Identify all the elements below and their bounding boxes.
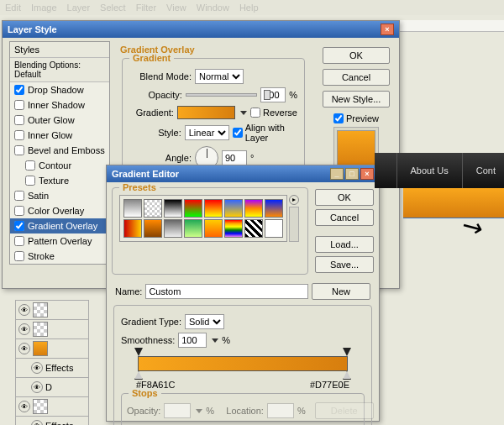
preset-swatch[interactable] — [224, 219, 243, 238]
blending-header[interactable]: Blending Options: Default — [10, 58, 109, 82]
style-item-pattern-overlay[interactable]: Pattern Overlay — [10, 233, 109, 249]
ok-button[interactable]: OK — [323, 47, 390, 64]
maximize-icon[interactable]: □ — [345, 168, 359, 180]
color-stop-right[interactable] — [343, 371, 351, 380]
eye-icon[interactable]: 👁 — [31, 362, 43, 374]
style-item-outer-glow[interactable]: Outer Glow — [10, 113, 109, 128]
name-label: Name: — [115, 286, 142, 296]
color-stop-left[interactable] — [134, 371, 143, 380]
style-checkbox[interactable] — [25, 160, 35, 171]
close-icon[interactable]: × — [360, 168, 374, 180]
eye-icon[interactable]: 👁 — [31, 381, 43, 393]
style-checkbox[interactable] — [14, 191, 24, 201]
eye-icon[interactable]: 👁 — [18, 323, 30, 335]
ge-ok-button[interactable]: OK — [315, 189, 374, 206]
style-checkbox[interactable] — [14, 130, 24, 140]
preset-swatch[interactable] — [184, 199, 202, 218]
layer-row[interactable]: 👁 — [15, 338, 89, 359]
style-checkbox[interactable] — [14, 115, 24, 125]
close-icon[interactable]: × — [381, 24, 394, 35]
ge-save-button[interactable]: Save... — [315, 256, 374, 273]
preset-swatch[interactable] — [244, 199, 263, 218]
layer-row[interactable]: 👁 — [15, 396, 89, 417]
opacity-stop-left[interactable] — [134, 348, 143, 356]
preset-swatch[interactable] — [123, 199, 142, 218]
ge-load-button[interactable]: Load... — [315, 236, 374, 253]
angle-label: Angle: — [129, 153, 192, 163]
presets-legend: Presets — [119, 182, 160, 192]
gradient-swatch[interactable] — [177, 106, 235, 119]
preset-swatch[interactable] — [224, 199, 243, 218]
preset-scrollbar[interactable] — [289, 207, 299, 242]
layer-style-titlebar[interactable]: Layer Style × — [3, 21, 399, 38]
preset-swatch[interactable] — [244, 219, 263, 238]
layer-effects-row[interactable]: 👁Effects — [15, 416, 89, 425]
eye-icon[interactable]: 👁 — [18, 304, 30, 316]
style-item-drop-shadow[interactable]: Drop Shadow — [10, 82, 109, 97]
preset-swatch[interactable] — [164, 219, 182, 238]
style-checkbox[interactable] — [14, 251, 24, 261]
name-input[interactable] — [145, 284, 308, 299]
type-select[interactable]: Solid — [185, 314, 224, 329]
style-item-bevel-and-emboss[interactable]: Bevel and Emboss — [10, 143, 109, 158]
preset-swatch[interactable] — [265, 199, 283, 218]
style-checkbox[interactable] — [14, 236, 24, 246]
style-checkbox[interactable] — [14, 85, 24, 95]
style-item-gradient-overlay[interactable]: Gradient Overlay — [10, 218, 109, 233]
style-checkbox[interactable] — [25, 176, 35, 186]
style-item-stroke[interactable]: Stroke — [10, 249, 109, 264]
layer-effects-row[interactable]: 👁Effects — [15, 358, 89, 378]
preview-checkbox[interactable]: Preview — [320, 113, 392, 123]
nav-preview: About Us Cont — [375, 153, 505, 188]
chevron-down-icon[interactable] — [212, 338, 218, 343]
style-checkbox[interactable] — [14, 221, 24, 231]
preset-swatch[interactable] — [164, 199, 182, 218]
align-checkbox[interactable]: Align with Layer — [233, 123, 297, 143]
style-item-inner-shadow[interactable]: Inner Shadow — [10, 97, 109, 113]
opacity-stop-right[interactable] — [343, 348, 351, 356]
preset-menu-icon[interactable]: ▸ — [289, 195, 299, 205]
opacity-slider[interactable] — [186, 93, 257, 97]
layer-row[interactable]: 👁 — [15, 319, 89, 339]
preset-swatch[interactable] — [265, 219, 283, 238]
style-item-texture[interactable]: Texture — [10, 173, 109, 188]
nav-item-about[interactable]: About Us — [411, 165, 449, 176]
styles-header[interactable]: Styles — [10, 42, 109, 58]
style-item-inner-glow[interactable]: Inner Glow — [10, 128, 109, 143]
chevron-down-icon[interactable] — [240, 111, 247, 115]
preset-swatch[interactable] — [144, 219, 162, 238]
gradient-bar[interactable] — [129, 353, 356, 375]
style-checkbox[interactable] — [14, 206, 24, 216]
smooth-input[interactable] — [178, 333, 207, 348]
ge-cancel-button[interactable]: Cancel — [315, 209, 374, 226]
eye-icon[interactable]: 👁 — [31, 420, 43, 425]
style-select[interactable]: Linear — [185, 125, 229, 140]
style-item-satin[interactable]: Satin — [10, 188, 109, 203]
angle-input[interactable] — [222, 150, 247, 165]
style-checkbox[interactable] — [14, 145, 24, 155]
preset-swatch[interactable] — [204, 199, 223, 218]
minimize-icon[interactable]: _ — [330, 168, 344, 180]
eye-icon[interactable]: 👁 — [18, 401, 30, 412]
preset-grid — [119, 195, 287, 242]
style-item-contour[interactable]: Contour — [10, 158, 109, 173]
style-checkbox[interactable] — [14, 100, 24, 110]
layer-row[interactable]: 👁 — [15, 300, 89, 320]
blend-mode-label: Blend Mode: — [129, 71, 192, 81]
gradient-editor-title: Gradient Editor — [112, 169, 179, 179]
new-style-button[interactable]: New Style... — [323, 91, 390, 108]
preset-swatch[interactable] — [204, 219, 223, 238]
layer-effect-item[interactable]: 👁D — [15, 377, 89, 397]
preset-swatch[interactable] — [184, 219, 202, 238]
preset-swatch[interactable] — [123, 219, 142, 238]
nav-item-contact[interactable]: Cont — [476, 165, 496, 176]
hex-right: #D77E0E — [310, 380, 349, 390]
preset-swatch[interactable] — [144, 199, 162, 218]
reverse-checkbox[interactable]: Reverse — [250, 108, 297, 118]
cancel-button[interactable]: Cancel — [323, 69, 390, 86]
eye-icon[interactable]: 👁 — [18, 343, 30, 354]
gradient-editor-titlebar[interactable]: Gradient Editor _ □ × — [107, 165, 379, 182]
blend-mode-select[interactable]: Normal — [195, 69, 244, 84]
style-item-color-overlay[interactable]: Color Overlay — [10, 203, 109, 218]
ge-new-button[interactable]: New — [312, 283, 370, 300]
